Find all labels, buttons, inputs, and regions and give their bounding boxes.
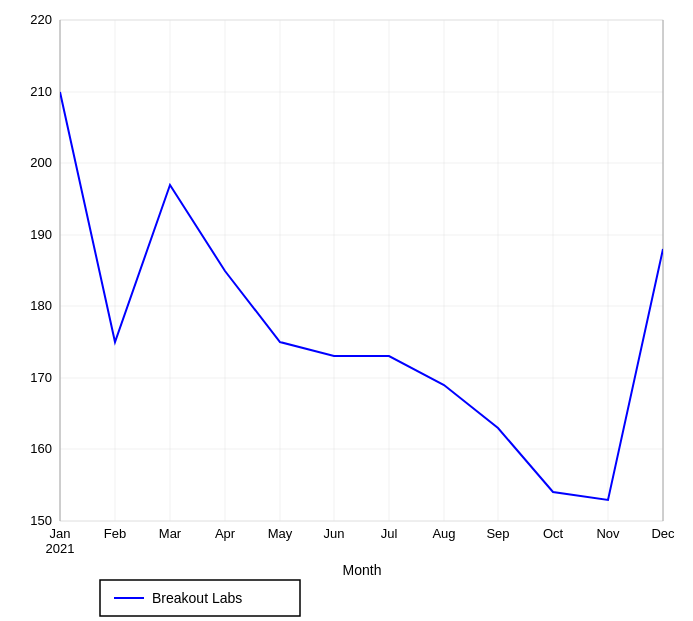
x-label-jul: Jul [381,526,398,541]
x-label-nov: Nov [596,526,620,541]
x-label-jun: Jun [324,526,345,541]
x-label-sep: Sep [486,526,509,541]
x-label-may: May [268,526,293,541]
y-tick-170: 170 [30,370,52,385]
y-tick-210: 210 [30,84,52,99]
plot-background [60,20,663,521]
y-tick-160: 160 [30,441,52,456]
chart-container: 220 210 200 190 180 170 160 150 [0,0,693,621]
x-axis-title: Month [343,562,382,578]
x-label-2021: 2021 [46,541,75,556]
x-label-aug: Aug [432,526,455,541]
x-label-dec: Dec [651,526,675,541]
legend-label: Breakout Labs [152,590,242,606]
y-tick-220: 220 [30,12,52,27]
line-chart: 220 210 200 190 180 170 160 150 [0,0,693,621]
x-label-jan: Jan [50,526,71,541]
y-tick-200: 200 [30,155,52,170]
x-label-oct: Oct [543,526,564,541]
x-label-feb: Feb [104,526,126,541]
y-tick-180: 180 [30,298,52,313]
x-label-mar: Mar [159,526,182,541]
y-tick-190: 190 [30,227,52,242]
x-label-apr: Apr [215,526,236,541]
